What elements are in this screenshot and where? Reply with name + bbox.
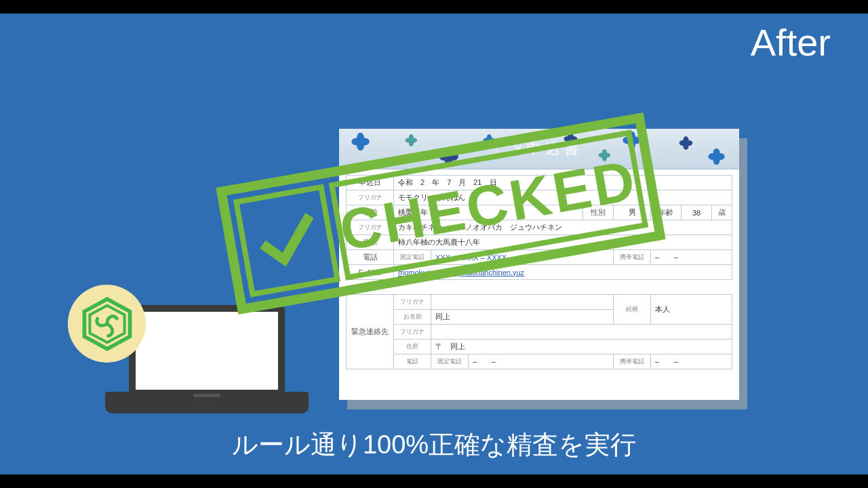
flower-icon	[439, 147, 458, 167]
date-value: 令和 2 年 7 月 21 日	[394, 176, 732, 190]
emergency-landline-label: 固定電話	[431, 354, 469, 369]
gender-label: 性別	[583, 205, 614, 220]
flower-icon	[405, 134, 417, 146]
brand-logo-icon	[80, 297, 134, 351]
relation-value: 本人	[651, 295, 732, 325]
flower-icon	[351, 133, 369, 150]
stamp-check-box	[233, 184, 340, 297]
emergency-addr-furigana-value	[431, 325, 732, 340]
name-furigana-label: フリガナ	[347, 190, 394, 205]
landline-value: XXX – XXXX – XXXX	[431, 250, 614, 265]
mobile-label: 携帯電話	[614, 250, 651, 265]
emergency-name-label: お名前	[394, 310, 431, 325]
section-separator	[347, 280, 732, 295]
addr-label: 住所	[347, 235, 394, 250]
flower-icon	[623, 131, 640, 149]
flower-icon	[598, 149, 610, 161]
addr-furigana-label: フリガナ	[347, 220, 394, 235]
emergency-mobile-value: – –	[651, 354, 732, 369]
flower-icon	[564, 132, 577, 146]
emergency-tel-label: 電話	[394, 354, 431, 369]
application-form: 〇×申込書 申込日 令和 2 年 7 月 21 日 フリガナ モモクリ さんねん…	[339, 129, 739, 400]
flower-icon	[483, 134, 495, 146]
age-value: 38	[682, 205, 712, 220]
tel-label: 電話	[347, 250, 394, 265]
addr-furigana-value: カキハチネン ユズノオオバカ ジュウハチネン	[394, 220, 732, 235]
name-label: 名前	[347, 205, 394, 220]
slide-stage: After 〇×申込書 申込日 令和 2 年 7 月 21	[0, 14, 868, 474]
email-label: E_Mail	[347, 265, 394, 280]
emergency-addr-furigana-label: フリガナ	[394, 325, 431, 340]
emergency-name-furigana-label: フリガナ	[394, 295, 431, 310]
flower-icon	[708, 148, 724, 165]
form-header: 〇×申込書	[339, 129, 739, 169]
brand-badge	[68, 285, 146, 363]
emergency-mobile-label: 携帯電話	[614, 354, 651, 369]
caption: ルール通り100%正確な精査を実行	[0, 428, 868, 462]
laptop-base	[105, 392, 309, 413]
addr-value: 柿八年柚の大馬鹿十八年	[394, 235, 732, 250]
emergency-name-furigana-value	[431, 295, 614, 310]
landline-label: 固定電話	[394, 250, 431, 265]
emergency-name-value: 同上	[431, 310, 614, 325]
date-label: 申込日	[347, 176, 394, 190]
slide-title: After	[751, 20, 831, 64]
form-body: 申込日 令和 2 年 7 月 21 日 フリガナ モモクリ さんねん 名前 桃栗…	[339, 169, 739, 376]
age-suffix: 歳	[712, 205, 732, 220]
email-value: momokurisannen@kakihahchinen.yuz	[394, 265, 732, 280]
age-label: 年齢	[651, 205, 682, 220]
checkmark-icon	[252, 205, 322, 276]
mobile-value: – –	[651, 250, 732, 265]
emergency-addr-value: 〒 同上	[431, 340, 732, 354]
emergency-addr-label: 住所	[394, 340, 431, 354]
name-furigana-value: モモクリ さんねん	[394, 190, 732, 205]
emergency-section-label: 緊急連絡先	[347, 295, 394, 369]
flower-icon	[679, 136, 692, 150]
name-value: 桃栗三年	[394, 205, 583, 220]
laptop-screen	[129, 305, 285, 396]
emergency-landline-value: – –	[469, 354, 614, 369]
form-table: 申込日 令和 2 年 7 月 21 日 フリガナ モモクリ さんねん 名前 桃栗…	[346, 175, 732, 369]
gender-value: 男	[614, 205, 651, 220]
relation-label: 続柄	[614, 295, 651, 325]
